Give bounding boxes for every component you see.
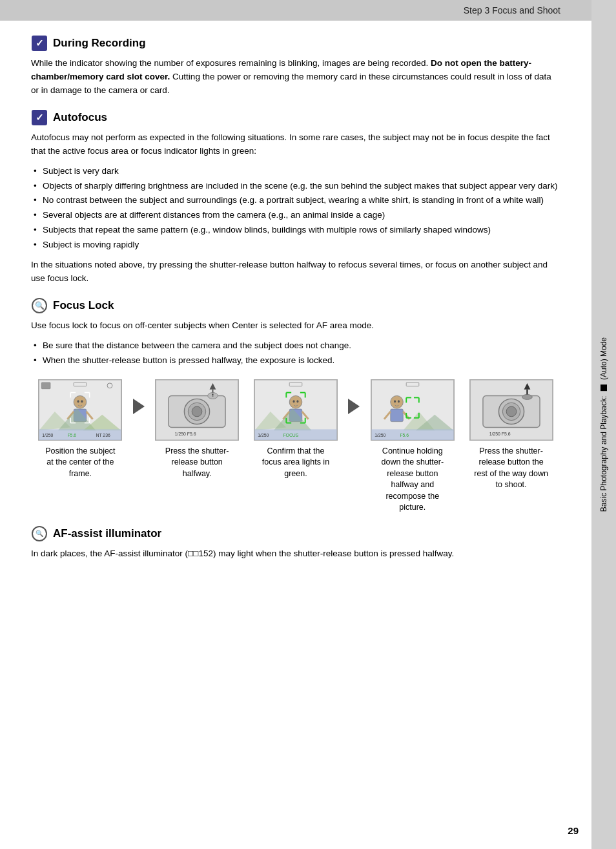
during-recording-icon: ✓ bbox=[31, 35, 48, 52]
diagram-image-5: 1/250 F5.6 bbox=[469, 379, 553, 441]
svg-point-82 bbox=[522, 394, 532, 399]
svg-text:1/250: 1/250 bbox=[43, 433, 54, 437]
diagram-step-3: 1/250 FOCUS Confirm that the focus area … bbox=[247, 379, 345, 480]
during-recording-heading: ✓ During Recording bbox=[31, 35, 560, 52]
svg-point-81 bbox=[506, 406, 517, 417]
svg-text:1/250  F5.6: 1/250 F5.6 bbox=[489, 432, 510, 436]
svg-point-39 bbox=[296, 400, 298, 403]
autofocus-title: Autofocus bbox=[53, 111, 107, 124]
diagram-image-4: 1/250 F5.6 bbox=[371, 379, 455, 441]
focus-lock-icon: 🔍 bbox=[31, 297, 48, 314]
svg-text:1/250: 1/250 bbox=[375, 433, 385, 437]
svg-point-60 bbox=[398, 400, 400, 403]
diagram-image-2: 1/250 F5.6 bbox=[155, 379, 239, 441]
autofocus-intro: Autofocus may not perform as expected in… bbox=[31, 131, 560, 158]
during-recording-body: While the indicator showing the number o… bbox=[31, 57, 560, 98]
page-number: 29 bbox=[568, 825, 579, 836]
sidebar: Basic Photography and Playback: (Auto) M… bbox=[591, 0, 616, 849]
autofocus-icon: ✓ bbox=[31, 109, 48, 126]
caption-4: Continue holding down the shutter-releas… bbox=[374, 446, 451, 514]
bullet-item: Subjects that repeat the same pattern (e… bbox=[31, 224, 560, 237]
caption-3: Confirm that the focus area lights in gr… bbox=[257, 446, 334, 480]
svg-text:F5.6: F5.6 bbox=[400, 433, 409, 437]
bullet-item: Several objects are at different distanc… bbox=[31, 209, 560, 222]
caption-2: Press the shutter-release button halfway… bbox=[158, 446, 236, 480]
sidebar-square-icon bbox=[601, 384, 607, 391]
focus-lock-title: Focus Lock bbox=[53, 299, 114, 312]
bullet-item: No contrast between the subject and surr… bbox=[31, 194, 560, 207]
svg-text:1/250  F5.6: 1/250 F5.6 bbox=[175, 432, 196, 436]
af-assist-heading: 🔍 AF-assist illuminator bbox=[31, 525, 560, 542]
svg-point-6 bbox=[81, 400, 83, 403]
diagram-step-2: 1/250 F5.6 Press the shutter-release but… bbox=[148, 379, 247, 480]
af-assist-icon: 🔍 bbox=[31, 525, 48, 542]
svg-text:FOCUS: FOCUS bbox=[283, 433, 298, 437]
bullet-item: Subject is very dark bbox=[31, 165, 560, 178]
autofocus-heading: ✓ Autofocus bbox=[31, 109, 560, 126]
diagram-step-5: 1/250 F5.6 Press the shutter-release but… bbox=[462, 379, 560, 491]
during-recording-title: During Recording bbox=[53, 37, 146, 50]
sidebar-label: Basic Photography and Playback: (Auto) M… bbox=[599, 337, 608, 512]
autofocus-footer: In the situations noted above, try press… bbox=[31, 258, 560, 286]
arrow-1 bbox=[130, 379, 148, 414]
autofocus-bullets: Subject is very dark Objects of sharply … bbox=[31, 165, 560, 253]
page-header: Step 3 Focus and Shoot bbox=[0, 0, 591, 21]
svg-point-59 bbox=[394, 400, 396, 403]
svg-rect-61 bbox=[391, 409, 404, 422]
focus-lock-heading: 🔍 Focus Lock bbox=[31, 297, 560, 314]
svg-point-38 bbox=[293, 400, 295, 403]
header-title: Step 3 Focus and Shoot bbox=[464, 5, 560, 16]
caption-5: Press the shutter-release button the res… bbox=[473, 446, 550, 491]
diagram-image-1: 1/250 F5.6 NT 236 bbox=[38, 379, 122, 441]
svg-text:F5.6: F5.6 bbox=[68, 433, 77, 437]
svg-point-30 bbox=[208, 392, 218, 399]
focus-lock-intro: Use focus lock to focus on off-center su… bbox=[31, 319, 560, 333]
bullet-item: Be sure that the distance between the ca… bbox=[31, 339, 560, 353]
svg-text:NT 236: NT 236 bbox=[96, 433, 111, 437]
svg-text:1/250: 1/250 bbox=[258, 433, 269, 437]
focus-lock-diagram: 1/250 F5.6 NT 236 Position the bbox=[31, 379, 560, 514]
focus-lock-bullets: Be sure that the distance between the ca… bbox=[31, 339, 560, 368]
bullet-item: Subject is moving rapidly bbox=[31, 238, 560, 252]
svg-rect-1 bbox=[42, 383, 51, 389]
diagram-step-4: 1/250 F5.6 Continue holding down the shu… bbox=[363, 379, 462, 514]
svg-point-29 bbox=[192, 406, 202, 417]
bullet-item: Objects of sharply differing brightness … bbox=[31, 180, 560, 193]
svg-point-5 bbox=[77, 400, 79, 403]
af-assist-title: AF-assist illuminator bbox=[53, 527, 161, 540]
bullet-item: When the shutter-release button is press… bbox=[31, 354, 560, 368]
arrow-2 bbox=[345, 379, 363, 414]
diagram-step-1: 1/250 F5.6 NT 236 Position the bbox=[31, 379, 130, 480]
af-assist-body: In dark places, the AF-assist illuminato… bbox=[31, 547, 560, 561]
diagram-image-3: 1/250 FOCUS bbox=[254, 379, 338, 441]
caption-1: Position the subject at the center of th… bbox=[41, 446, 119, 480]
